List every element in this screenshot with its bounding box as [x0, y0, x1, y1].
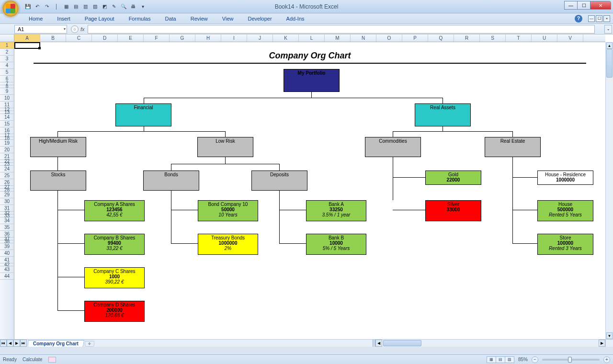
node-leaf[interactable]: House 500000 Rented 5 Years [537, 200, 593, 221]
redo-icon[interactable]: ↷ [43, 3, 51, 11]
node-leaf[interactable]: Bank A 33250 3.5% / 1 year [306, 200, 366, 221]
formula-expand-button[interactable]: ⌄ [604, 25, 612, 34]
row-header[interactable]: 1 [0, 42, 14, 49]
row-header[interactable]: 10 [0, 95, 14, 102]
column-header[interactable]: F [144, 34, 170, 42]
minimize-button[interactable]: — [564, 1, 578, 10]
wb-minimize-button[interactable]: — [588, 15, 595, 22]
tab-first-button[interactable]: ⏮ [0, 340, 7, 347]
select-all-button[interactable] [0, 34, 14, 42]
node-commodities[interactable]: Commodities [365, 137, 421, 157]
row-header[interactable]: 4 [0, 62, 14, 69]
column-header[interactable]: K [273, 34, 299, 42]
row-header[interactable]: 25 [0, 172, 14, 179]
column-header[interactable]: Q [428, 34, 454, 42]
node-leaf[interactable]: Company B Shares 99400 33,22 € [84, 234, 145, 255]
vertical-scrollbar[interactable]: ▲ ▼ [605, 42, 613, 339]
row-header[interactable]: 35 [0, 224, 14, 231]
qat-icon[interactable]: ▥ [81, 3, 89, 11]
scroll-right-button[interactable]: ▶ [599, 340, 605, 347]
row-header[interactable]: 44 [0, 273, 14, 280]
row-header[interactable]: 29 [0, 192, 14, 198]
horizontal-scrollbar[interactable]: ◀ ▶ [375, 340, 605, 347]
ribbon-tab-developer[interactable]: Developer [242, 15, 277, 23]
column-header[interactable]: V [557, 34, 583, 42]
scroll-down-button[interactable]: ▼ [606, 332, 613, 339]
wb-restore-button[interactable]: ☐ [596, 15, 602, 22]
zoom-in-button[interactable]: + [603, 356, 610, 363]
ribbon-tab-home[interactable]: Home [23, 15, 48, 23]
view-normal-button[interactable]: ▦ [487, 356, 496, 363]
qat-icon[interactable]: ✎ [110, 3, 118, 11]
zoom-out-button[interactable]: − [532, 356, 538, 363]
node-leaf[interactable]: Store 100000 Rented 3 Years [537, 234, 593, 255]
row-header[interactable]: 20 [0, 147, 14, 153]
column-header[interactable]: I [221, 34, 247, 42]
node-deposits[interactable]: Deposits [251, 171, 307, 191]
row-header[interactable]: 9 [0, 88, 14, 95]
column-header[interactable]: L [299, 34, 325, 42]
office-button[interactable] [2, 0, 19, 17]
column-header[interactable]: J [247, 34, 273, 42]
row-header[interactable]: 19 [0, 140, 14, 147]
node-bonds[interactable]: Bonds [143, 171, 199, 191]
row-header[interactable]: 5 [0, 69, 14, 76]
tab-last-button[interactable]: ⏭ [20, 340, 27, 347]
node-leaf[interactable]: Bank B 10000 5% / 5 Years [306, 234, 366, 255]
column-header[interactable]: M [325, 34, 351, 42]
scroll-up-button[interactable]: ▲ [606, 42, 613, 49]
maximize-button[interactable]: ☐ [577, 1, 590, 10]
chevron-down-icon[interactable]: ▾ [64, 27, 66, 31]
column-header[interactable]: N [351, 34, 376, 42]
fx-label[interactable]: fx [80, 26, 85, 32]
column-header[interactable]: R [454, 34, 480, 42]
node-low-risk[interactable]: Low Risk [197, 137, 253, 157]
column-headers[interactable]: ABCDEFGHIJKLMNOPQRSTUV [14, 34, 605, 42]
column-header[interactable]: O [376, 34, 402, 42]
ribbon-tab-insert[interactable]: Insert [51, 15, 76, 23]
row-header[interactable]: 3 [0, 56, 14, 62]
scroll-left-button[interactable]: ◀ [375, 340, 382, 347]
close-button[interactable]: ✕ [590, 1, 611, 10]
print-preview-icon[interactable]: 🔍 [120, 3, 127, 11]
zoom-level[interactable]: 85% [518, 357, 528, 362]
column-header[interactable]: B [40, 34, 66, 42]
node-leaf[interactable]: Bond Company 10 50000 10 Years [198, 200, 258, 221]
fx-lens-icon[interactable]: ○ [71, 25, 79, 33]
column-header[interactable]: H [195, 34, 221, 42]
ribbon-tab-data[interactable]: Data [159, 15, 182, 23]
view-page-layout-button[interactable]: ▤ [496, 356, 505, 363]
node-root[interactable]: My Portfolio [284, 69, 340, 92]
qat-icon[interactable]: ▦ [62, 3, 70, 11]
row-header[interactable]: 15 [0, 121, 14, 127]
column-header[interactable]: G [170, 34, 195, 42]
ribbon-tab-addins[interactable]: Add-Ins [281, 15, 310, 23]
name-box[interactable]: A1 ▾ [14, 25, 67, 34]
qat-more-icon[interactable]: ▾ [139, 3, 147, 11]
tab-prev-button[interactable]: ◀ [7, 340, 13, 347]
column-header[interactable]: D [92, 34, 118, 42]
formula-input[interactable] [88, 25, 595, 34]
node-financial[interactable]: Financial [115, 103, 171, 126]
ribbon-tab-view[interactable]: View [216, 15, 239, 23]
ribbon-tab-formulas[interactable]: Formulas [123, 15, 157, 23]
ribbon-tab-page-layout[interactable]: Page Layout [79, 15, 120, 23]
macro-record-icon[interactable] [48, 357, 56, 363]
row-header[interactable]: 34 [0, 217, 14, 224]
node-real-assets[interactable]: Real Assets [415, 103, 471, 126]
column-header[interactable]: A [14, 34, 40, 42]
row-header[interactable]: 40 [0, 250, 14, 257]
scroll-thumb[interactable] [606, 49, 613, 78]
row-headers[interactable]: 1234567891011121314151617181920212223242… [0, 42, 14, 339]
node-house-residence[interactable]: House - Residence 1000000 [537, 171, 593, 185]
zoom-thumb[interactable] [568, 357, 572, 363]
row-header[interactable]: 39 [0, 243, 14, 250]
node-leaf[interactable]: Treasury Bonds 1000000 2% [198, 234, 258, 255]
column-header[interactable]: P [402, 34, 428, 42]
qat-icon[interactable]: ◩ [101, 3, 108, 11]
node-leaf[interactable]: Silver 33000 [425, 200, 481, 221]
view-page-break-button[interactable]: ▧ [505, 356, 514, 363]
column-header[interactable]: C [66, 34, 92, 42]
tab-next-button[interactable]: ▶ [13, 340, 20, 347]
new-sheet-button[interactable]: ✧ [85, 341, 94, 347]
